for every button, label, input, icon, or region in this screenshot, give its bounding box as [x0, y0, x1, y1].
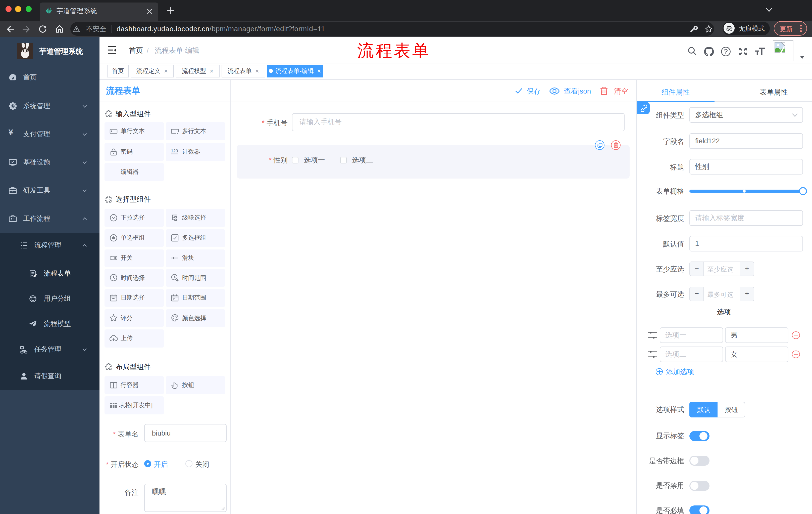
- svg-text:123: 123: [171, 148, 178, 153]
